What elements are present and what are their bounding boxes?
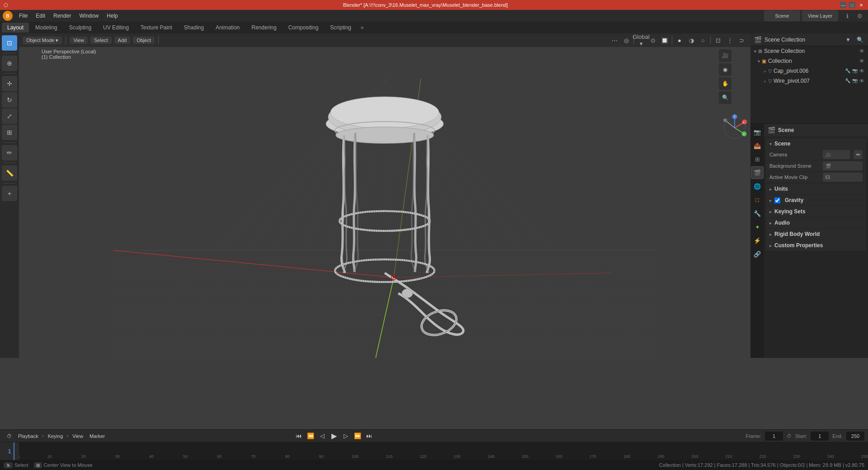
- tab-layout[interactable]: Layout: [2, 23, 29, 33]
- global-local-btn[interactable]: Global ▾: [636, 35, 646, 46]
- menu-render[interactable]: Render: [50, 12, 75, 20]
- prefs-icon[interactable]: ⚙: [854, 10, 865, 21]
- proportional-edit-btn[interactable]: ⊃: [736, 35, 747, 46]
- physics-tab-btn[interactable]: ⚡: [751, 234, 764, 247]
- step-back-btn[interactable]: ◁: [317, 431, 327, 441]
- scale-tool-button[interactable]: ⤢: [2, 108, 17, 124]
- scene-subsection-header[interactable]: ▾ Scene: [766, 138, 866, 149]
- render-preview-btn[interactable]: ◉: [719, 63, 731, 76]
- outliner-filter-btn[interactable]: ▼: [844, 35, 853, 44]
- object-tab-btn[interactable]: □: [751, 193, 764, 206]
- snap-btn[interactable]: 🔲: [659, 35, 670, 46]
- output-tab-btn[interactable]: 📤: [751, 139, 764, 152]
- tab-rendering[interactable]: Rendering: [246, 23, 282, 33]
- timeline-keying-btn[interactable]: Keying: [45, 432, 66, 440]
- gravity-section[interactable]: ▸ Gravity: [766, 195, 866, 206]
- cap-pivot-restrict1[interactable]: 🔧: [845, 68, 850, 74]
- play-btn[interactable]: ▶: [329, 431, 339, 441]
- audio-section[interactable]: ▸ Audio: [766, 217, 866, 228]
- select-menu-button[interactable]: Select: [90, 37, 112, 44]
- pivot-btn[interactable]: ⊙: [647, 35, 658, 46]
- rigid-body-world-section[interactable]: ▸ Rigid Body World: [766, 229, 866, 240]
- menu-help[interactable]: Help: [103, 12, 122, 20]
- menu-file[interactable]: File: [15, 12, 31, 20]
- jump-to-start-btn[interactable]: ⏮: [294, 431, 304, 441]
- current-frame-input[interactable]: 1: [765, 432, 783, 441]
- active-movie-clip-value[interactable]: 🎞: [823, 173, 863, 182]
- wire-pivot-eye[interactable]: 👁: [859, 78, 864, 84]
- select-tool-button[interactable]: ⊡: [2, 35, 17, 51]
- menu-window[interactable]: Window: [75, 12, 102, 20]
- outliner-item-collection[interactable]: ▾ ▣ Collection 👁: [750, 56, 868, 66]
- move-tool-button[interactable]: ✛: [2, 76, 17, 91]
- camera-edit-btn[interactable]: ✏: [854, 150, 863, 159]
- info-icon[interactable]: ℹ: [842, 10, 853, 21]
- menu-edit[interactable]: Edit: [32, 12, 49, 20]
- viewport-overlays-btn[interactable]: ◎: [621, 35, 632, 46]
- view-layer-tab-btn[interactable]: ⊞: [751, 153, 764, 165]
- tab-modeling[interactable]: Modeling: [30, 23, 63, 33]
- scene-collection-eye[interactable]: 👁: [859, 48, 864, 54]
- timeline-view-btn[interactable]: View: [70, 432, 86, 440]
- cap-pivot-eye[interactable]: 👁: [859, 68, 864, 74]
- jump-to-end-btn[interactable]: ⏭: [364, 431, 374, 441]
- keying-sets-section[interactable]: ▸ Keying Sets: [766, 206, 866, 217]
- start-frame-input[interactable]: 1: [811, 432, 829, 441]
- scene-selector[interactable]: Scene: [764, 10, 800, 21]
- material-preview-btn[interactable]: ◑: [686, 35, 697, 46]
- cap-pivot-restrict2[interactable]: 📷: [852, 68, 858, 74]
- step-forward-btn[interactable]: ▷: [341, 431, 351, 441]
- custom-properties-section[interactable]: ▸ Custom Properties: [766, 240, 866, 251]
- options-btn[interactable]: ⋮: [724, 35, 735, 46]
- jump-forward-btn[interactable]: ⏩: [353, 431, 363, 441]
- minimize-button[interactable]: —: [840, 2, 846, 8]
- object-mode-button[interactable]: Object Mode ▾: [23, 37, 62, 44]
- solid-shading-btn[interactable]: ●: [674, 35, 685, 46]
- grab-tool-btn[interactable]: ✋: [719, 77, 731, 90]
- outliner-search-btn[interactable]: 🔍: [855, 35, 864, 44]
- zoom-btn[interactable]: 🔍: [719, 91, 731, 104]
- maximize-button[interactable]: □: [849, 2, 855, 8]
- modifier-tab-btn[interactable]: 🔧: [751, 207, 764, 220]
- camera-view-btn[interactable]: 🎥: [719, 49, 731, 62]
- object-menu-button[interactable]: Object: [133, 37, 155, 44]
- measure-tool-button[interactable]: 📏: [2, 165, 17, 181]
- transform-tool-button[interactable]: ⊞: [2, 125, 17, 140]
- world-tab-btn[interactable]: 🌐: [751, 180, 764, 193]
- cursor-tool-button[interactable]: ⊕: [2, 56, 17, 71]
- view-layer-selector[interactable]: View Layer: [802, 10, 838, 21]
- rotate-tool-button[interactable]: ↻: [2, 92, 17, 108]
- particles-tab-btn[interactable]: ✦: [751, 221, 764, 233]
- camera-value[interactable]: 🎥: [823, 150, 850, 159]
- close-button[interactable]: ✕: [858, 2, 864, 8]
- rendered-btn[interactable]: ○: [698, 35, 708, 46]
- gravity-checkbox[interactable]: [774, 197, 780, 203]
- viewport[interactable]: Object Mode ▾ View Select Add Object ⋯ ◎…: [19, 33, 750, 358]
- outliner-item-scene-collection[interactable]: ▾ ⊞ Scene Collection 👁: [750, 46, 868, 56]
- add-object-button[interactable]: +: [2, 186, 17, 201]
- scene-tab-btn[interactable]: 🎬: [751, 166, 764, 179]
- view-menu-button[interactable]: View: [70, 37, 88, 44]
- timeline-type-btn[interactable]: ⏱: [4, 431, 14, 442]
- collection-eye[interactable]: 👁: [859, 58, 864, 64]
- timeline-playback-btn[interactable]: Playback: [15, 432, 41, 440]
- wire-pivot-restrict2[interactable]: 📷: [852, 78, 858, 84]
- constraints-tab-btn[interactable]: 🔗: [751, 248, 764, 260]
- jump-back-btn[interactable]: ⏪: [306, 431, 316, 441]
- render-tab-btn[interactable]: 📷: [751, 126, 764, 138]
- tab-scripting[interactable]: Scripting: [325, 23, 357, 33]
- tab-uv-editing[interactable]: UV Editing: [98, 23, 134, 33]
- annotate-tool-button[interactable]: ✏: [2, 145, 17, 160]
- outliner-item-wire-pivot[interactable]: ▸ ▽ Wire_pivot.007 🔧 📷 👁: [750, 76, 868, 86]
- add-workspace-button[interactable]: +: [358, 23, 367, 32]
- tab-texture-paint[interactable]: Texture Paint: [135, 23, 178, 33]
- wire-pivot-restrict1[interactable]: 🔧: [845, 78, 850, 84]
- timeline-track[interactable]: 1 1 10 20 30 40 50 60 70 80 90 100 110 1…: [0, 442, 868, 461]
- timeline-marker-btn[interactable]: Marker: [87, 432, 108, 440]
- background-scene-value[interactable]: 🎬: [823, 161, 863, 170]
- tab-sculpting[interactable]: Sculpting: [64, 23, 97, 33]
- outliner-item-cap-pivot[interactable]: ▸ ▽ Cap_pivot.006 🔧 📷 👁: [750, 66, 868, 76]
- tab-animation[interactable]: Animation: [210, 23, 245, 33]
- tab-compositing[interactable]: Compositing: [283, 23, 324, 33]
- units-section[interactable]: ▸ Units: [766, 183, 866, 194]
